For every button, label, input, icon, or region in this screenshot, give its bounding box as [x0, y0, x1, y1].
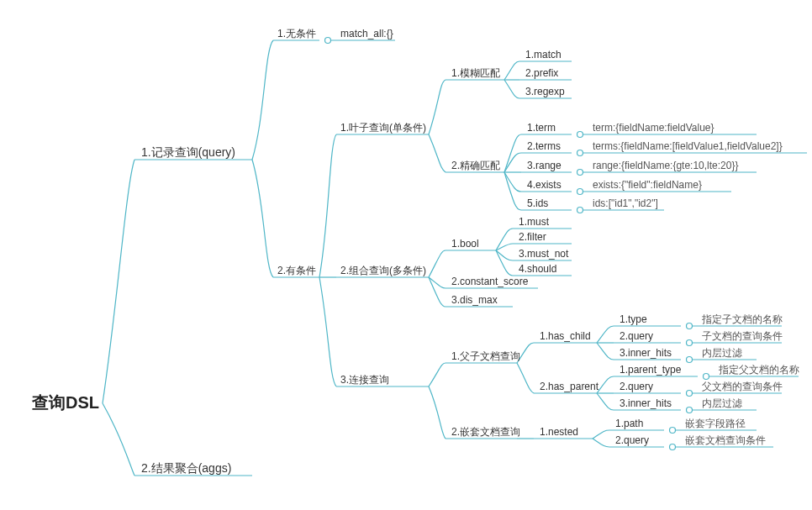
leaf-exists: 4.exists — [527, 179, 562, 191]
svg-point-61 — [670, 428, 676, 434]
leaf-filter: 2.filter — [519, 231, 546, 243]
desc-range: range:{fieldName:{gte:10,lte:20}} — [593, 160, 738, 171]
node-leaf-query: 1.叶子查询(单条件) — [340, 122, 426, 134]
leaf-const-score: 2.constant_score — [451, 276, 529, 287]
svg-point-54 — [687, 391, 693, 397]
hp-inner: 3.inner_hits — [620, 397, 672, 409]
node-has-cond: 2.有条件 — [277, 265, 316, 276]
hc-type-d: 指定子文档的名称 — [701, 313, 783, 325]
svg-point-56 — [687, 407, 693, 413]
node-compound: 2.组合查询(多条件) — [340, 265, 426, 276]
svg-point-19 — [577, 132, 583, 138]
svg-point-45 — [687, 340, 693, 346]
leaf-match-all: match_all:{} — [340, 28, 393, 39]
leaf-prefix: 2.prefix — [525, 67, 558, 79]
hp-inner-d: 内层过滤 — [702, 397, 742, 409]
nested-path: 1.path — [615, 418, 643, 429]
node-has-parent: 2.has_parent — [540, 381, 599, 392]
node-bool: 1.bool — [451, 238, 479, 250]
nested-path-d: 嵌套字段路径 — [685, 418, 746, 429]
svg-point-52 — [704, 374, 709, 380]
svg-point-63 — [670, 444, 676, 450]
svg-point-23 — [577, 170, 583, 176]
svg-point-4 — [325, 38, 331, 44]
node-query: 1.记录查询(query) — [141, 145, 235, 159]
node-exact: 2.精确匹配 — [451, 160, 500, 171]
node-nested: 1.nested — [540, 426, 578, 438]
node-aggs: 2.结果聚合(aggs) — [141, 461, 231, 475]
svg-point-21 — [577, 150, 583, 156]
hp-query: 2.query — [620, 381, 653, 392]
nested-query: 2.query — [615, 434, 649, 446]
hp-ptype: 1.parent_type — [620, 364, 682, 376]
node-fuzzy: 1.模糊匹配 — [451, 67, 500, 79]
leaf-regexp: 3.regexp — [525, 86, 565, 97]
leaf-match: 1.match — [525, 49, 562, 60]
desc-terms: terms:{fieldName:[fieldValue1,fieldValue… — [593, 140, 783, 152]
leaf-dis-max: 3.dis_max — [451, 294, 498, 306]
leaf-term: 1.term — [527, 122, 556, 134]
desc-ids: ids:["id1","id2"] — [593, 197, 658, 209]
leaf-must: 1.must — [519, 216, 550, 228]
node-parent-child: 1.父子文档查询 — [451, 350, 520, 362]
desc-term: term:{fieldName:fieldValue} — [593, 122, 714, 134]
leaf-ids: 5.ids — [527, 197, 548, 209]
leaf-terms: 2.terms — [527, 140, 561, 152]
nested-query-d: 嵌套文档查询条件 — [685, 434, 766, 446]
hc-type: 1.type — [620, 313, 647, 325]
desc-exists: exists:{"field":fieldName} — [593, 179, 702, 191]
leaf-mustnot: 3.must_not — [519, 248, 569, 260]
hp-ptype-d: 指定父文档的名称 — [718, 364, 799, 376]
node-no-cond: 1.无条件 — [277, 28, 316, 39]
svg-point-25 — [577, 189, 583, 195]
hc-query-d: 子文档的查询条件 — [702, 330, 783, 342]
root-node: 查询DSL — [31, 393, 99, 412]
hc-inner-d: 内层过滤 — [702, 347, 742, 359]
hc-inner: 3.inner_hits — [620, 347, 672, 359]
node-has-child: 1.has_child — [540, 330, 591, 342]
hp-query-d: 父文档的查询条件 — [702, 381, 783, 392]
svg-point-47 — [687, 357, 693, 363]
leaf-range: 3.range — [527, 160, 562, 171]
mindmap-diagram: 查询DSL 1.记录查询(query) 2.结果聚合(aggs) 1.无条件 m… — [0, 0, 812, 510]
leaf-should: 4.should — [519, 263, 556, 275]
node-join: 3.连接查询 — [340, 374, 389, 386]
svg-point-43 — [687, 323, 693, 329]
node-nested-doc: 2.嵌套文档查询 — [451, 426, 520, 438]
svg-point-27 — [577, 208, 583, 213]
hc-query: 2.query — [620, 330, 653, 342]
